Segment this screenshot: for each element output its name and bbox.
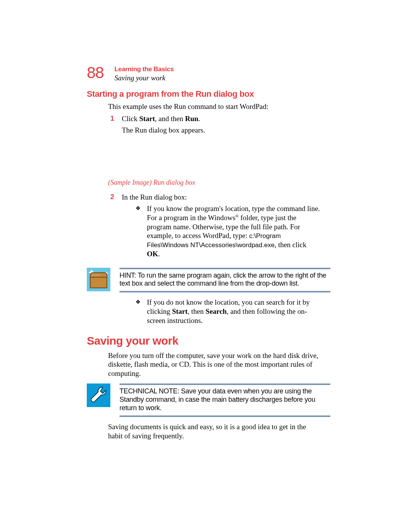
intro-text: This example uses the Run command to sta…	[108, 102, 321, 111]
t: Start	[172, 307, 188, 315]
t: Search	[206, 307, 227, 315]
technote-body: TECHNICAL NOTE: Save your data even when…	[119, 383, 330, 417]
t: , then	[188, 307, 206, 315]
bullet-item: ❖ If you do not know the location, you c…	[135, 298, 321, 325]
image-caption: (Sample Image) Run dialog box	[108, 179, 330, 187]
t: Click	[122, 115, 139, 123]
diamond-bullet-icon: ❖	[135, 298, 141, 325]
t: Run	[185, 115, 198, 123]
hint-note: ✦ ✦ ◦◦◦◦ HINT: To run the same program a…	[87, 268, 330, 293]
step-1-text: Click Start, and then Run. The Run dialo…	[122, 114, 321, 135]
technical-note: TECHNICAL NOTE: Save your data even when…	[87, 383, 330, 417]
divider	[119, 268, 330, 269]
page-content: 88 Learning the Basics Saving your work …	[87, 65, 330, 443]
t: , and then	[155, 115, 185, 123]
step-2: 2 In the Run dialog box: ❖ If you know t…	[108, 193, 321, 262]
header-labels: Learning the Basics Saving your work	[115, 65, 174, 82]
page-number: 88	[87, 65, 104, 81]
step-1-result: The Run dialog box appears.	[122, 126, 205, 134]
t: , then click	[274, 241, 306, 249]
diamond-bullet-icon: ❖	[135, 204, 141, 259]
bullet-item: ❖ If you know the program's location, ty…	[135, 204, 321, 259]
t: OK	[147, 250, 158, 258]
divider	[119, 383, 330, 385]
bullet-list: ❖ If you know the program's location, ty…	[135, 204, 321, 259]
bullet2-block: ❖ If you do not know the location, you c…	[108, 298, 321, 325]
step-1: 1 Click Start, and then Run. The Run dia…	[108, 114, 321, 135]
technote-text: TECHNICAL NOTE: Save your data even when…	[119, 387, 330, 412]
step-2-text: In the Run dialog box: ❖ If you know the…	[122, 193, 321, 262]
wrench-icon	[87, 383, 110, 407]
t: .	[158, 250, 160, 258]
divider	[119, 415, 330, 417]
step-2-intro: In the Run dialog box:	[122, 193, 187, 201]
divider	[119, 291, 330, 292]
bullet-1-text: If you know the program's location, type…	[147, 204, 321, 259]
section2-body2: Saving documents is quick and easy, so i…	[108, 422, 321, 441]
saving-para1: Before you turn off the computer, save y…	[108, 351, 321, 378]
registered-mark: ®	[236, 213, 239, 218]
saving-para2: Saving documents is quick and easy, so i…	[108, 422, 321, 441]
section-title: Saving your work	[115, 74, 174, 82]
heading-saving-work: Saving your work	[87, 334, 330, 347]
chapter-title: Learning the Basics	[115, 66, 174, 73]
step2-block: 2 In the Run dialog box: ❖ If you know t…	[108, 193, 321, 262]
section2-body: Before you turn off the computer, save y…	[108, 351, 321, 378]
hint-text: HINT: To run the same program again, cli…	[119, 272, 330, 288]
hint-body: HINT: To run the same program again, cli…	[119, 268, 330, 293]
sample-image-placeholder	[108, 137, 321, 179]
bullet-list: ❖ If you do not know the location, you c…	[135, 298, 321, 325]
step-number: 1	[108, 114, 114, 135]
page-header: 88 Learning the Basics Saving your work	[87, 65, 330, 82]
t: Start	[139, 115, 155, 123]
t: .	[198, 115, 200, 123]
section1-body: This example uses the Run command to sta…	[108, 102, 321, 179]
bullet-2-text: If you do not know the location, you can…	[147, 298, 321, 325]
step-number: 2	[108, 193, 114, 262]
treasure-chest-icon: ✦ ✦ ◦◦◦◦	[87, 268, 110, 291]
heading-run-dialog: Starting a program from the Run dialog b…	[87, 89, 330, 99]
